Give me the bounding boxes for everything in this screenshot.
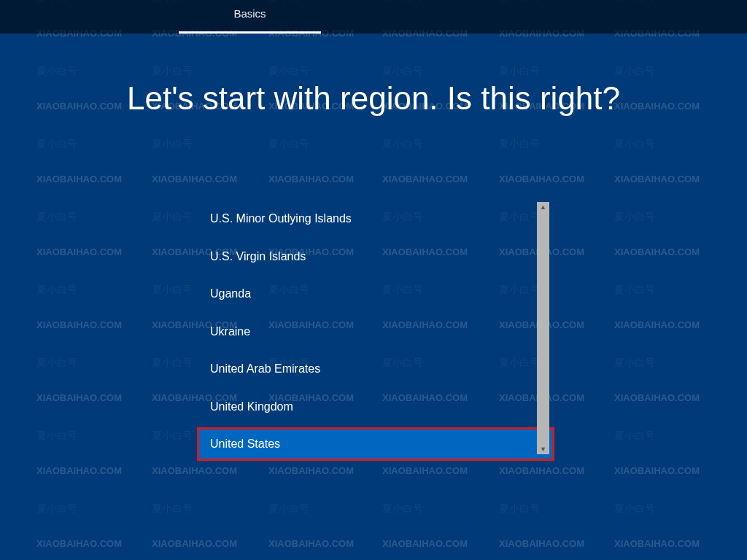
watermark-cell: 夏小白号 bbox=[382, 64, 423, 78]
watermark-cell: 夏小白号 bbox=[152, 429, 193, 443]
region-item[interactable]: United Arab Emirates bbox=[197, 352, 554, 386]
watermark-cell: XIAOBAIHAO.COM bbox=[499, 174, 584, 184]
page-heading: Let's start with region. Is this right? bbox=[0, 80, 747, 117]
watermark-cell: XIAOBAIHAO.COM bbox=[614, 465, 700, 476]
region-item[interactable]: Ukraine bbox=[197, 315, 554, 349]
region-item-label: Uganda bbox=[210, 287, 251, 300]
watermark-cell: XIAOBAIHAO.COM bbox=[152, 465, 237, 476]
watermark-cell: 夏小白号 bbox=[614, 429, 655, 443]
watermark-cell: XIAOBAIHAO.COM bbox=[499, 538, 584, 549]
watermark-cell: XIAOBAIHAO.COM bbox=[382, 465, 468, 476]
watermark-cell: XIAOBAIHAO.COM bbox=[268, 538, 354, 549]
region-item-label: United States bbox=[210, 438, 280, 450]
watermark-cell: 夏小白号 bbox=[614, 210, 655, 224]
watermark-cell: 夏小白号 bbox=[36, 210, 77, 224]
region-item-label: United Arab Emirates bbox=[210, 362, 320, 375]
watermark-cell: XIAOBAIHAO.COM bbox=[614, 174, 700, 184]
watermark-cell: XIAOBAIHAO.COM bbox=[152, 538, 237, 549]
watermark-cell: 夏小白号 bbox=[152, 283, 193, 297]
region-item[interactable]: United States bbox=[197, 427, 554, 461]
tab-basics: Basics bbox=[179, 0, 321, 34]
region-list[interactable]: U.S. Minor Outlying IslandsU.S. Virgin I… bbox=[197, 202, 554, 461]
watermark-cell: 夏小白号 bbox=[499, 502, 540, 516]
region-item[interactable]: U.S. Virgin Islands bbox=[197, 240, 554, 273]
region-item[interactable]: U.S. Minor Outlying Islands bbox=[197, 202, 554, 236]
watermark-cell: XIAOBAIHAO.COM bbox=[382, 174, 468, 184]
region-scrollbar[interactable]: ▲ ▼ bbox=[537, 202, 549, 454]
watermark-cell: XIAOBAIHAO.COM bbox=[614, 392, 700, 403]
watermark-cell: 夏小白号 bbox=[152, 64, 193, 78]
watermark-cell: 夏小白号 bbox=[268, 137, 309, 151]
watermark-cell: 夏小白号 bbox=[152, 356, 193, 370]
watermark-cell: 夏小白号 bbox=[36, 356, 77, 370]
watermark-cell: XIAOBAIHAO.COM bbox=[36, 465, 122, 476]
watermark-cell: 夏小白号 bbox=[499, 64, 540, 78]
region-item-label: United Kingdom bbox=[210, 400, 293, 413]
watermark-cell: 夏小白号 bbox=[268, 64, 309, 78]
region-item[interactable]: United Kingdom bbox=[197, 390, 554, 424]
oobe-topbar: Basics bbox=[0, 0, 747, 34]
watermark-cell: 夏小白号 bbox=[36, 429, 77, 443]
watermark-cell: XIAOBAIHAO.COM bbox=[268, 465, 354, 476]
watermark-cell: XIAOBAIHAO.COM bbox=[36, 538, 122, 549]
watermark-cell: 夏小白号 bbox=[36, 283, 77, 297]
watermark-cell: 夏小白号 bbox=[36, 137, 77, 151]
watermark-cell: 夏小白号 bbox=[614, 64, 655, 78]
watermark-cell: XIAOBAIHAO.COM bbox=[36, 174, 122, 184]
region-item-label: U.S. Virgin Islands bbox=[210, 250, 306, 262]
region-item-label: Ukraine bbox=[210, 325, 250, 338]
watermark-cell: 夏小白号 bbox=[268, 502, 309, 516]
watermark-cell: 夏小白号 bbox=[382, 502, 423, 516]
tab-basics-label: Basics bbox=[233, 7, 266, 20]
watermark-cell: 夏小白号 bbox=[614, 137, 655, 151]
watermark-cell: XIAOBAIHAO.COM bbox=[382, 538, 468, 549]
watermark-cell: XIAOBAIHAO.COM bbox=[36, 246, 122, 257]
watermark-cell: 夏小白号 bbox=[499, 137, 540, 151]
watermark-cell: 夏小白号 bbox=[152, 137, 193, 151]
watermark-cell: 夏小白号 bbox=[152, 502, 193, 516]
watermark-cell: 夏小白号 bbox=[36, 64, 77, 78]
watermark-cell: XIAOBAIHAO.COM bbox=[36, 392, 122, 403]
scroll-up-arrow-icon[interactable]: ▲ bbox=[540, 202, 546, 212]
watermark-cell: XIAOBAIHAO.COM bbox=[614, 319, 700, 330]
watermark-cell: XIAOBAIHAO.COM bbox=[499, 465, 584, 476]
watermark-cell: XIAOBAIHAO.COM bbox=[614, 246, 700, 257]
watermark-cell: XIAOBAIHAO.COM bbox=[36, 319, 122, 330]
scroll-down-arrow-icon[interactable]: ▼ bbox=[540, 444, 546, 454]
watermark-cell: 夏小白号 bbox=[614, 356, 655, 370]
watermark-cell: 夏小白号 bbox=[614, 283, 655, 297]
watermark-cell: XIAOBAIHAO.COM bbox=[268, 174, 354, 184]
watermark-cell: 夏小白号 bbox=[382, 137, 423, 151]
watermark-cell: XIAOBAIHAO.COM bbox=[614, 538, 700, 549]
watermark-cell: 夏小白号 bbox=[36, 502, 77, 516]
region-item-label: U.S. Minor Outlying Islands bbox=[210, 212, 352, 225]
region-item[interactable]: Uganda bbox=[197, 277, 554, 311]
watermark-cell: XIAOBAIHAO.COM bbox=[152, 174, 237, 184]
watermark-cell: 夏小白号 bbox=[152, 210, 193, 224]
watermark-cell: 夏小白号 bbox=[614, 502, 655, 516]
